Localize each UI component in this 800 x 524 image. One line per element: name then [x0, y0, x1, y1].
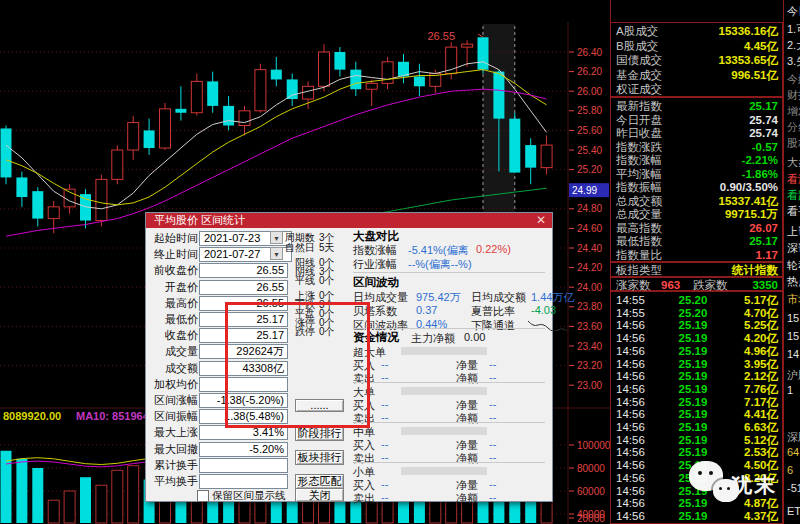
strip-item[interactable]: 看平 [787, 204, 800, 219]
strip-item[interactable]: 14 [787, 348, 799, 360]
fund-group-bar [401, 347, 487, 355]
candle-up [319, 52, 330, 86]
tick-row: 14:5625.194.20亿 [611, 332, 782, 345]
strip-item[interactable]: ETF [787, 505, 800, 517]
price-axis-label: 24.80 [577, 203, 602, 214]
chevron-down-icon[interactable]: ▼ [270, 231, 283, 244]
quote-row: 最新指数25.17 [611, 100, 782, 113]
tick-amount: 6.63亿 [744, 421, 778, 434]
strip-item[interactable]: 深股 [787, 430, 800, 445]
stat-input[interactable]: -5.20% [199, 442, 288, 457]
tick-time: 14:55 [616, 307, 645, 320]
strip-item[interactable]: 大盘 [787, 155, 800, 170]
candle-up [160, 109, 171, 148]
candle-down [32, 191, 43, 218]
tick-time: 14:56 [616, 345, 645, 358]
strip-item[interactable]: 15 [787, 312, 799, 324]
candle-up [366, 83, 377, 89]
strip-item[interactable]: 沪股 [787, 368, 800, 383]
strip-item[interactable]: 热点 [787, 274, 800, 289]
strip-item[interactable]: 1 [787, 384, 793, 396]
stage-rank-button[interactable]: 阶段排行 [295, 426, 344, 441]
fund-row-value2: -- [489, 398, 496, 410]
index-change-label: 指数涨幅 [353, 243, 397, 258]
quote-row-label: 最低指数 [616, 235, 662, 248]
candle-up [239, 111, 250, 126]
quote-row-value: 25.17 [749, 100, 778, 113]
price-axis-label: 25.40 [577, 145, 602, 156]
tick-amount: 5.17亿 [744, 294, 778, 307]
stat-input[interactable]: 26.55 [199, 263, 288, 278]
quote-row-value: 26.07 [749, 222, 778, 235]
fund-row-value: -- [381, 358, 388, 370]
strip-item[interactable]: 看涨 [787, 172, 800, 187]
current-price-text: 24.99 [572, 185, 597, 196]
tick-time: 14:56 [616, 459, 645, 472]
tick-price: 25.19 [673, 396, 713, 409]
strip-item[interactable]: 今始 [787, 72, 800, 87]
quote-row: 昨日收盘25.74 [611, 127, 782, 140]
dialog-titlebar[interactable]: 平均股价 区间统计 [146, 213, 552, 228]
vol-value2: 1.44万亿 [531, 290, 574, 305]
strip-item[interactable]: 2.大 [787, 38, 800, 53]
tick-row: 14:5625.193.95亿 [611, 358, 782, 371]
period-stat-label: 平线 [285, 276, 315, 286]
tick-time: 14:56 [616, 434, 645, 447]
tick-time: 14:56 [616, 358, 645, 371]
sector-rank-button[interactable]: 板块排行 [295, 450, 344, 465]
quote-row: 最高指数26.07 [611, 222, 782, 235]
candle-down [223, 106, 234, 126]
strip-item[interactable]: 今日 [787, 4, 800, 19]
quote-row-label: 国债成交 [616, 54, 662, 67]
quote-row-label: 板指类型 [616, 264, 662, 277]
tick-amount: 7.76亿 [744, 383, 778, 396]
candle-down [478, 37, 489, 69]
dialog-field-label: 最大上涨 [148, 426, 198, 439]
index-change-value: -5.41%(偏离 [408, 243, 469, 258]
strip-item[interactable]: 深证 [787, 241, 800, 256]
fund-row-label2: 净额 [456, 451, 478, 466]
strip-item[interactable]: 市场 [787, 292, 800, 307]
strip-item[interactable]: 3.失 [787, 54, 800, 69]
stat-input[interactable] [199, 458, 288, 473]
chevron-down-icon[interactable]: ▼ [270, 247, 283, 260]
strip-item[interactable]: 分红 [787, 120, 800, 135]
fund-row-value2: -- [489, 358, 496, 370]
close-button[interactable]: 关闭 [295, 488, 344, 502]
tick-time: 14:56 [616, 446, 645, 459]
strip-item[interactable]: -51 [787, 482, 800, 494]
volume-bar [112, 470, 123, 523]
fund-row-value: -- [381, 398, 388, 410]
dialog-field-label: 最大回撤 [148, 443, 198, 456]
quote-row: 权证成交 [611, 83, 782, 96]
strip-item[interactable]: 15 [787, 330, 799, 342]
close-icon[interactable]: ✕ [536, 213, 546, 228]
pattern-match-button[interactable]: 形态匹配 [295, 474, 344, 489]
strip-item[interactable]: 股权 [787, 136, 800, 151]
stat-input[interactable]: 26.55 [199, 280, 288, 295]
stat-input[interactable] [199, 474, 288, 489]
tick-row: 14:5625.195.12亿 [611, 434, 782, 447]
quote-row: A股成交15336.16亿 [611, 25, 782, 38]
right-sidebar-strip[interactable]: 今日1.可2.大3.失今始财报增发分红股权大盘看涨看跌看平上证深证轮动热点市场1… [783, 0, 800, 524]
candle-up [48, 207, 59, 219]
strip-item[interactable]: 轮动 [787, 258, 800, 273]
tick-price: 25.19 [673, 358, 713, 371]
candle-up [255, 70, 266, 111]
strip-item[interactable]: 增发 [787, 104, 800, 119]
strip-item[interactable]: 财报 [787, 88, 800, 103]
strip-item[interactable]: 64 [787, 446, 799, 458]
strip-item[interactable]: 6 [787, 464, 793, 476]
vol-value: 0.37 [416, 304, 437, 316]
tick-amount: 7.17亿 [744, 396, 778, 409]
keep-interval-checkbox[interactable] [197, 490, 209, 502]
strip-item[interactable]: 看跌 [787, 188, 800, 203]
quote-row-value: 4.45亿 [744, 40, 778, 53]
volume-bar [1, 451, 12, 523]
strip-item[interactable]: 1.可 [787, 22, 800, 37]
quote-row-value: 13353.65亿 [719, 54, 778, 67]
fund-row-value: -- [381, 438, 388, 450]
strip-item[interactable]: 上证 [787, 224, 800, 239]
tick-amount: 2.12亿 [744, 370, 778, 383]
dialog-field-label: 区间振幅 [148, 410, 198, 423]
